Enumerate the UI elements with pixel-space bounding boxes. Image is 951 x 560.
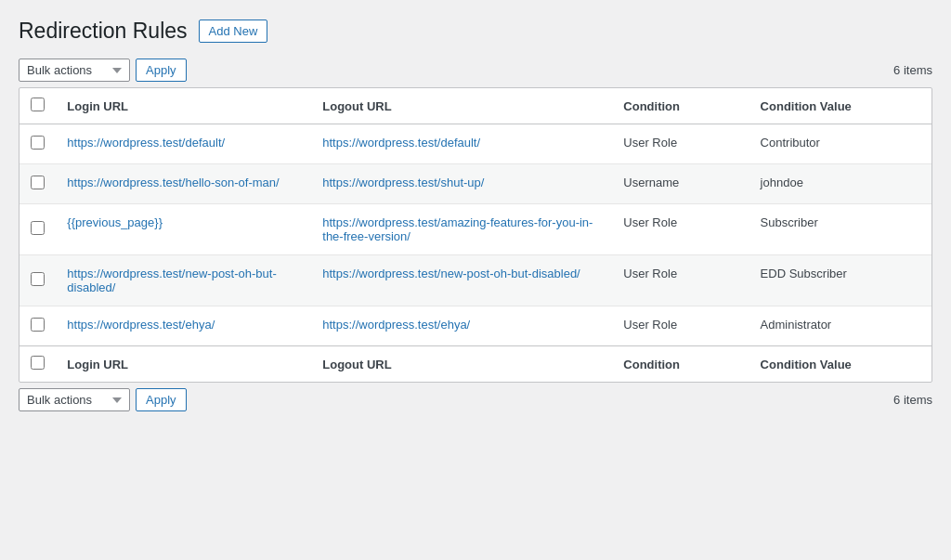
condition-cell: User Role [612,204,749,255]
login-url-link[interactable]: https://wordpress.test/hello-son-of-man/ [67,176,279,189]
page-title: Redirection Rules [19,19,188,44]
add-new-button[interactable]: Add New [199,20,268,43]
login-url-cell: https://wordpress.test/default/ [56,124,311,164]
condition-cell: User Role [612,255,749,306]
logout-url-cell: https://wordpress.test/new-post-oh-but-d… [311,255,612,306]
logout-url-link[interactable]: https://wordpress.test/default/ [322,136,480,150]
logout-url-link[interactable]: https://wordpress.test/new-post-oh-but-d… [322,267,580,280]
footer-condition-value: Condition Value [749,346,931,383]
login-url-cell: https://wordpress.test/new-post-oh-but-d… [56,255,311,306]
row-checkbox[interactable] [31,221,45,235]
row-checkbox[interactable] [31,272,45,286]
table-footer-row: Login URL Logout URL Condition Condition… [20,346,931,383]
condition-cell: Username [612,164,749,204]
header-condition-value: Condition Value [749,88,931,124]
condition-value-cell: EDD Subscriber [749,255,931,306]
login-url-cell: https://wordpress.test/ehya/ [56,306,311,346]
login-url-link[interactable]: https://wordpress.test/new-post-oh-but-d… [67,267,276,294]
condition-value-cell: Contributor [749,124,931,164]
condition-cell: User Role [612,124,749,164]
condition-value-cell: Subscriber [749,204,931,255]
login-url-link[interactable]: https://wordpress.test/default/ [67,136,225,150]
logout-url-link[interactable]: https://wordpress.test/amazing-features-… [322,215,593,243]
footer-login-url: Login URL [56,346,311,383]
header-logout-url: Logout URL [311,88,612,124]
toolbar-top: Bulk actions Delete Apply 6 items [19,59,932,82]
table-wrapper: Login URL Logout URL Condition Condition… [19,87,932,383]
row-checkbox-cell [20,306,56,346]
row-checkbox[interactable] [31,136,45,150]
footer-logout-url: Logout URL [311,346,612,383]
logout-url-cell: https://wordpress.test/default/ [311,124,612,164]
table-row: {{previous_page}}https://wordpress.test/… [20,204,931,255]
logout-url-link[interactable]: https://wordpress.test/shut-up/ [322,176,484,189]
table-row: https://wordpress.test/hello-son-of-man/… [20,164,931,204]
login-url-cell: {{previous_page}} [56,204,311,255]
table-row: https://wordpress.test/ehya/https://word… [20,306,931,346]
select-all-checkbox-bottom[interactable] [31,356,45,370]
condition-cell: User Role [612,306,749,346]
condition-value-cell: Administrator [749,306,931,346]
row-checkbox-cell [20,255,56,306]
apply-button-bottom[interactable]: Apply [136,388,187,411]
items-count-bottom: 6 items [893,393,932,407]
table-header-row: Login URL Logout URL Condition Condition… [20,88,931,124]
login-url-link[interactable]: {{previous_page}} [67,215,163,229]
select-all-checkbox-top[interactable] [31,98,45,111]
login-url-link[interactable]: https://wordpress.test/ehya/ [67,318,215,332]
logout-url-cell: https://wordpress.test/shut-up/ [311,164,612,204]
table-row: https://wordpress.test/new-post-oh-but-d… [20,255,931,306]
header-checkbox-col [20,88,56,124]
items-count-top: 6 items [893,63,932,77]
row-checkbox-cell [20,124,56,164]
row-checkbox-cell [20,204,56,255]
row-checkbox-cell [20,164,56,204]
logout-url-cell: https://wordpress.test/ehya/ [311,306,612,346]
header-condition: Condition [612,88,749,124]
toolbar-bottom: Bulk actions Delete Apply 6 items [19,388,932,411]
condition-value-cell: johndoe [749,164,931,204]
footer-checkbox-col [20,346,56,383]
toolbar-bottom-left: Bulk actions Delete Apply [19,388,187,411]
row-checkbox[interactable] [31,318,45,332]
page-title-row: Redirection Rules Add New [19,19,932,44]
table-body: https://wordpress.test/default/https://w… [20,124,931,346]
login-url-cell: https://wordpress.test/hello-son-of-man/ [56,164,311,204]
redirection-rules-table: Login URL Logout URL Condition Condition… [20,88,931,382]
table-row: https://wordpress.test/default/https://w… [20,124,931,164]
logout-url-link[interactable]: https://wordpress.test/ehya/ [322,318,470,332]
bulk-actions-select-bottom[interactable]: Bulk actions Delete [19,388,130,411]
header-login-url: Login URL [56,88,311,124]
bulk-actions-select-top[interactable]: Bulk actions Delete [19,59,130,82]
apply-button-top[interactable]: Apply [136,59,187,82]
footer-condition: Condition [612,346,749,383]
logout-url-cell: https://wordpress.test/amazing-features-… [311,204,612,255]
toolbar-top-left: Bulk actions Delete Apply [19,59,187,82]
row-checkbox[interactable] [31,176,45,189]
page-container: Redirection Rules Add New Bulk actions D… [19,19,932,411]
